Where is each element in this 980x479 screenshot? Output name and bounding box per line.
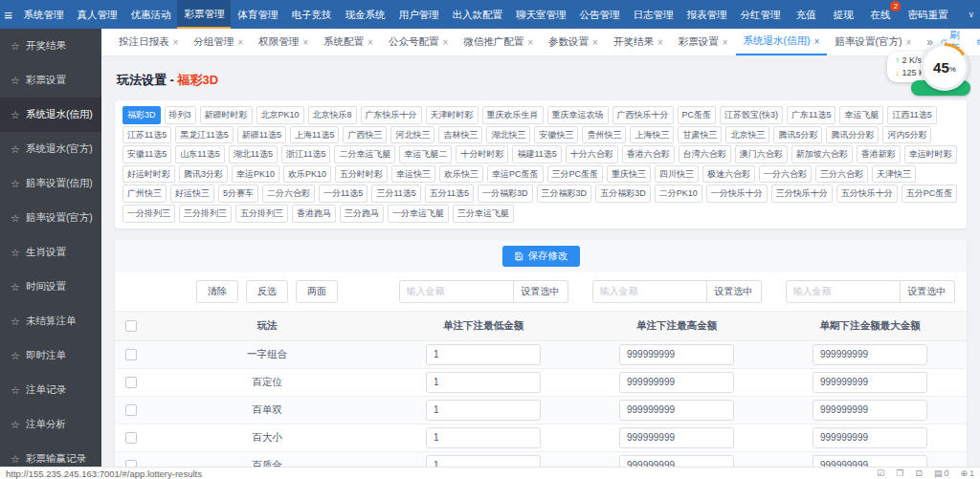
lottery-type-button[interactable]: 五分11选5 (425, 185, 474, 203)
tab-close-icon[interactable]: × (814, 36, 820, 47)
sidebar-item-4[interactable]: ☆赔率设置(信用) (0, 166, 101, 201)
invert-selection-button[interactable]: 反选 (246, 280, 288, 303)
nav-item-1[interactable]: 真人管理 (70, 0, 123, 29)
tab-close-icon[interactable]: × (657, 37, 663, 48)
chevron-down-icon[interactable]: ∨ (962, 0, 980, 29)
lottery-type-button[interactable]: 北京快乐8 (308, 106, 357, 124)
tab-5[interactable]: 微信推广配置× (456, 29, 541, 55)
device-icon[interactable]: ❐ (896, 468, 903, 478)
tab-close-icon[interactable]: × (442, 37, 448, 48)
lottery-type-button[interactable]: 新疆时时彩 (200, 106, 253, 124)
bulk-min-set-button[interactable]: 设置选中 (514, 280, 568, 303)
lottery-type-button[interactable]: 天津快三 (872, 165, 916, 184)
lottery-type-button[interactable]: 上海11选5 (290, 126, 339, 144)
nav-right-item-3[interactable]: 密码重置 (899, 0, 956, 29)
bulk-max-amount-input[interactable] (592, 280, 707, 303)
lottery-type-button[interactable]: 幸运PC蛋蛋 (487, 165, 544, 184)
tab-2[interactable]: 权限管理× (251, 29, 316, 55)
lottery-type-button[interactable]: 福建11选5 (512, 145, 561, 163)
lottery-type-button[interactable]: 江苏11选5 (122, 126, 171, 144)
tab-8[interactable]: 彩票设置× (671, 29, 736, 55)
sidebar-item-2[interactable]: ☆系统退水(信用) (0, 98, 101, 132)
nav-item-6[interactable]: 现金系统 (338, 0, 391, 29)
clear-button[interactable]: 清除 (196, 280, 238, 303)
tab-6[interactable]: 参数设置× (541, 29, 606, 55)
tab-close-icon[interactable]: × (723, 37, 728, 48)
lottery-type-button[interactable]: 重庆幸运农场 (547, 106, 609, 124)
lottery-type-button[interactable]: 幸运快三 (391, 165, 435, 184)
lottery-type-button[interactable]: 腾讯5分彩 (773, 126, 822, 144)
sidebar-item-9[interactable]: ☆即时注单 (0, 338, 101, 373)
nav-item-7[interactable]: 用户管理 (391, 0, 445, 29)
nav-item-2[interactable]: 优惠活动 (123, 0, 177, 29)
lottery-type-button[interactable]: 一分福彩3D (478, 185, 533, 203)
lottery-type-button[interactable]: 三分11选5 (371, 185, 420, 203)
lottery-type-button[interactable]: 浙江11选5 (281, 145, 330, 163)
sidebar-item-11[interactable]: ☆注单分析 (0, 407, 101, 442)
lottery-type-button[interactable]: 香港跑马 (292, 205, 336, 223)
lottery-type-button[interactable]: 五分排列三 (235, 205, 288, 223)
nav-right-item-2[interactable]: 在线2 (861, 0, 899, 29)
tab-close-icon[interactable]: × (905, 37, 911, 48)
tab-close-icon[interactable]: × (173, 37, 179, 48)
lottery-type-button[interactable]: 三分六合彩 (815, 165, 868, 184)
lottery-type-button[interactable]: 幸运飞艇二 (399, 145, 452, 163)
lottery-type-button[interactable]: 广东快乐十分 (361, 106, 422, 124)
min-amount-input[interactable] (426, 372, 541, 393)
lottery-type-button[interactable]: 三分幸运飞艇 (453, 205, 514, 223)
period_max-amount-input[interactable] (813, 427, 927, 448)
select-all-checkbox[interactable] (125, 320, 137, 332)
row-checkbox[interactable] (125, 349, 137, 360)
lottery-type-button[interactable]: 甘肃快三 (678, 126, 722, 144)
lottery-type-button[interactable]: 江西11选5 (887, 106, 936, 124)
lottery-type-button[interactable]: 5分赛车 (218, 185, 258, 203)
min-amount-input[interactable] (426, 400, 541, 421)
lottery-type-button[interactable]: 三分排列三 (179, 205, 232, 223)
tab-3[interactable]: 系统配置× (316, 29, 381, 55)
max-amount-input[interactable] (619, 344, 734, 365)
nav-right-item-0[interactable]: 充值 (787, 0, 824, 29)
lottery-type-button[interactable]: 五分PC蛋蛋 (902, 185, 958, 203)
sidebar-item-1[interactable]: ☆彩票设置 (0, 63, 101, 98)
bulk-min-amount-input[interactable] (399, 280, 514, 303)
lottery-type-button[interactable]: 一分幸运飞艇 (388, 205, 449, 223)
tab-close-icon[interactable]: × (302, 37, 308, 48)
sidebar-item-8[interactable]: ☆未结算注单 (0, 304, 101, 338)
lottery-type-button[interactable]: 幸运时时彩 (904, 145, 957, 163)
sidebar-item-10[interactable]: ☆注单记录 (0, 373, 101, 407)
lottery-type-button[interactable]: 十分时时彩 (456, 145, 508, 163)
bulk-period-amount-input[interactable] (786, 280, 901, 303)
lottery-type-button[interactable]: 三分快乐十分 (771, 185, 833, 203)
lottery-type-button[interactable]: 二分六合彩 (262, 185, 315, 203)
sidebar-item-5[interactable]: ☆赔率设置(官方) (0, 201, 101, 235)
lottery-type-button[interactable]: 一分快乐十分 (706, 185, 768, 203)
min-amount-input[interactable] (426, 427, 541, 448)
clean-tabs-button[interactable]: 清理 (976, 29, 980, 55)
lottery-type-button[interactable]: 欢乐PK10 (283, 165, 331, 184)
lottery-type-button[interactable]: 北京PK10 (256, 106, 304, 124)
nav-item-3[interactable]: 彩票管理 (177, 0, 231, 29)
save-changes-button[interactable]: 保存修改 (502, 246, 580, 267)
two-side-button[interactable]: 两面 (296, 280, 338, 303)
lottery-type-button[interactable]: 安徽快三 (534, 126, 578, 144)
window-icon[interactable]: ⊡ (915, 468, 923, 478)
lottery-type-button[interactable]: 重庆欢乐生肖 (482, 106, 544, 124)
performance-gauge[interactable]: 45% (921, 43, 969, 91)
sidebar-item-3[interactable]: ☆系统退水(官方) (0, 132, 101, 166)
lottery-type-button[interactable]: 广州快三 (122, 185, 167, 203)
lottery-type-button[interactable]: 幸运PK10 (232, 165, 279, 184)
nav-item-9[interactable]: 聊天室管理 (509, 0, 573, 29)
sidebar-item-7[interactable]: ☆时间设置 (0, 270, 101, 304)
row-checkbox[interactable] (125, 377, 137, 388)
lottery-type-button[interactable]: 一分排列三 (122, 205, 175, 223)
tab-close-icon[interactable]: × (237, 37, 243, 48)
lottery-type-button[interactable]: 湖北快三 (486, 126, 530, 144)
tab-4[interactable]: 公众号配置× (381, 29, 456, 55)
lottery-type-button[interactable]: 河内5分彩 (882, 126, 931, 144)
lottery-type-button[interactable]: 欢乐快三 (439, 165, 483, 184)
lottery-type-button[interactable]: 新疆11选5 (237, 126, 286, 144)
nav-item-8[interactable]: 出入款配置 (445, 0, 509, 29)
bulk-max-set-button[interactable]: 设置选中 (707, 280, 762, 303)
lottery-type-button[interactable]: 香港六合彩 (622, 145, 675, 163)
lottery-type-button[interactable]: 福彩3D (122, 106, 161, 124)
